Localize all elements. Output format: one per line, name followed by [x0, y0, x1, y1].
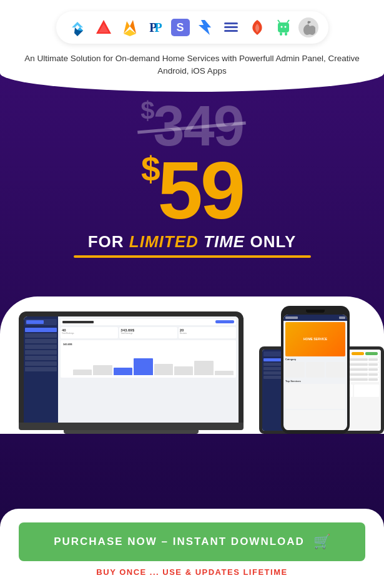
- top-section: PP S: [0, 0, 384, 92]
- bar-2: [93, 365, 112, 375]
- dash-logo: [25, 319, 57, 325]
- main-container: PP S: [0, 0, 384, 588]
- stat-card-3: 20 Reviews: [179, 327, 236, 338]
- mockup-section: 40 Total Bookings 343.69$ Total Earnings…: [0, 265, 384, 434]
- stat-card-1: 40 Total Bookings: [61, 327, 118, 338]
- underline-bar: [74, 255, 311, 258]
- svg-rect-5: [224, 26, 238, 28]
- laptop-screen-inner: 40 Total Bookings 343.69$ Total Earnings…: [24, 316, 239, 423]
- pricing-section: $349 $59 FOR LIMITED TIME ONLY: [0, 92, 384, 258]
- svg-line-10: [287, 20, 289, 22]
- sidebar-item-3: [25, 339, 57, 343]
- dash-header: [61, 319, 236, 325]
- bar-6: [174, 366, 193, 375]
- laptop-screen: 40 Total Bookings 343.69$ Total Earnings…: [19, 311, 244, 423]
- svg-rect-4: [224, 22, 238, 24]
- laptop-wrapper: 40 Total Bookings 343.69$ Total Earnings…: [19, 311, 244, 434]
- dash-sidebar: [24, 316, 58, 423]
- buy-once-text: BUY ONCE ... USE & UPDATES LIFETIME: [96, 567, 287, 577]
- android-icon: [272, 16, 295, 39]
- chart-area: 343.69$: [61, 340, 236, 378]
- dash-main: 40 Total Bookings 343.69$ Total Earnings…: [58, 316, 239, 423]
- sale-price: $59: [141, 145, 243, 236]
- sidebar-item-6: [25, 356, 57, 360]
- sidebar-item-1: [25, 328, 57, 332]
- bar-5: [154, 364, 173, 375]
- original-price-wrapper: $349: [140, 98, 243, 154]
- limited-highlight: LIMITED: [129, 232, 199, 251]
- phone-wrapper: HOME SERVICE Category Top Services: [281, 306, 350, 434]
- svg-marker-3: [199, 20, 211, 35]
- sidebar-item-7: [25, 361, 57, 366]
- bottom-section: PURCHASE NOW – INSTANT DOWNLOAD 🛒 BUY ON…: [0, 509, 384, 588]
- svg-rect-7: [280, 32, 282, 36]
- laravel-icon: [92, 16, 115, 39]
- laptop-base: [19, 423, 244, 430]
- sidebar-item-4: [25, 345, 57, 349]
- svg-marker-2: [77, 27, 83, 31]
- lines-icon: [220, 16, 242, 39]
- original-dollar: $: [140, 97, 153, 124]
- paypal-icon: PP: [145, 16, 167, 39]
- phone-screen: HOME SERVICE Category Top Services: [283, 315, 347, 430]
- svg-point-12: [284, 26, 286, 28]
- svg-point-11: [280, 26, 282, 28]
- phone-outer: HOME SERVICE Category Top Services: [281, 306, 350, 434]
- stripe-icon: S: [171, 19, 190, 36]
- flutter-icon: [66, 16, 89, 39]
- cart-icon: 🛒: [313, 534, 330, 550]
- bar-7: [194, 361, 213, 375]
- ios-icon: [298, 17, 318, 37]
- stat-label-2: Total Earnings: [121, 332, 175, 335]
- bar-4: [134, 358, 152, 375]
- chart-bars: [73, 347, 234, 375]
- stat-label-3: Reviews: [180, 332, 235, 335]
- stat-card-2: 343.69$ Total Earnings: [119, 327, 177, 338]
- firebase-icon: [119, 16, 141, 39]
- razorpay-icon: [194, 16, 216, 39]
- bar-8: [215, 371, 234, 375]
- codeigniter-icon: [246, 16, 268, 39]
- sidebar-item-8: [25, 367, 57, 371]
- dashboard-ui: 40 Total Bookings 343.69$ Total Earnings…: [24, 316, 239, 423]
- svg-rect-8: [285, 32, 287, 36]
- stat-cards: 40 Total Bookings 343.69$ Total Earnings…: [61, 327, 236, 338]
- svg-rect-6: [224, 30, 238, 32]
- bar-3: [114, 368, 132, 375]
- svg-line-9: [278, 20, 280, 22]
- laptop-stand: [64, 430, 199, 434]
- purchase-button[interactable]: PURCHASE NOW – INSTANT DOWNLOAD 🛒: [19, 522, 365, 561]
- phone-header: [283, 315, 347, 321]
- stat-label-1: Total Bookings: [62, 332, 117, 335]
- subtitle-text: An Ultimate Solution for On-demand Home …: [12, 52, 372, 78]
- sidebar-item-2: [25, 333, 57, 338]
- tech-icons-row: PP S: [56, 11, 328, 44]
- sidebar-item-5: [25, 350, 57, 355]
- phone-notch: [306, 310, 325, 313]
- purchase-btn-text: PURCHASE NOW – INSTANT DOWNLOAD: [54, 536, 305, 548]
- sale-price-wrapper: $59: [141, 154, 243, 227]
- limited-time-text: FOR LIMITED TIME ONLY: [88, 232, 297, 252]
- phone-screen-inner: HOME SERVICE Category Top Services: [283, 315, 347, 430]
- bar-1: [73, 370, 92, 375]
- svg-marker-0: [72, 22, 83, 27]
